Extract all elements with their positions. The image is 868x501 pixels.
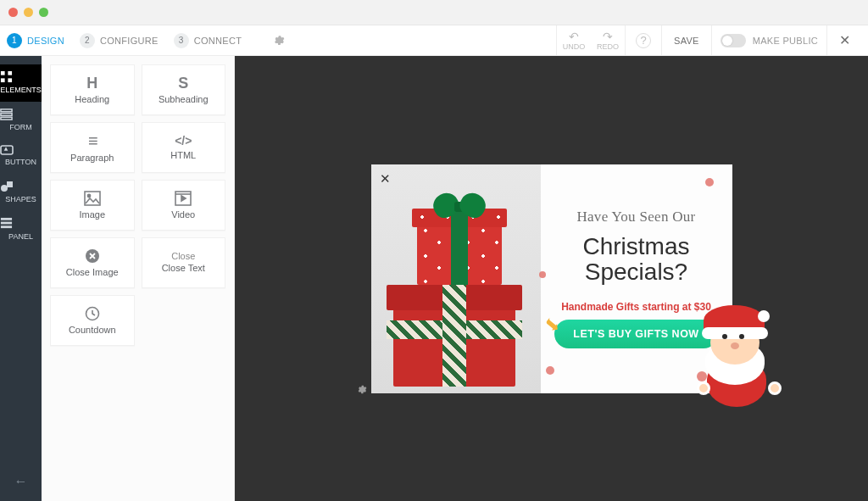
top-actions: ↶ UNDO ↷ REDO ? SAVE MAKE PUBLIC ✕ <box>556 25 861 55</box>
svg-rect-5 <box>1 114 12 116</box>
rail-item-panel[interactable]: PANEL <box>0 211 42 248</box>
top-bar: 1 DESIGN 2 CONFIGURE 3 CONNECT ↶ UNDO ↷ … <box>0 25 868 56</box>
svg-rect-0 <box>1 71 5 75</box>
rail-label: PANEL <box>8 232 33 241</box>
popup-settings-icon[interactable] <box>356 384 367 395</box>
gift-box-top-icon <box>412 198 507 285</box>
element-close-image[interactable]: Close Image <box>50 237 135 288</box>
button-icon <box>0 145 42 155</box>
element-paragraph[interactable]: ≡ Paragraph <box>50 122 135 173</box>
video-icon <box>175 191 192 206</box>
svg-point-8 <box>1 185 8 192</box>
image-icon <box>84 191 101 206</box>
clock-icon <box>85 306 100 321</box>
svg-rect-10 <box>1 218 12 220</box>
svg-rect-2 <box>1 78 5 82</box>
element-image[interactable]: Image <box>50 180 135 231</box>
element-subheading[interactable]: S Subheading <box>142 64 226 115</box>
settings-gear-icon[interactable] <box>272 34 285 47</box>
accent-dot-icon <box>705 178 714 186</box>
card-label: Subheading <box>159 94 209 104</box>
step-configure[interactable]: 2 CONFIGURE <box>80 33 159 48</box>
close-circle-icon <box>85 248 100 264</box>
grid-icon <box>0 70 42 83</box>
step-label: CONNECT <box>194 36 242 46</box>
form-icon <box>0 108 42 120</box>
design-canvas[interactable]: ✕ Have You Seen Our Christmas Spec <box>235 56 868 501</box>
card-label: Paragraph <box>70 153 114 163</box>
undo-button[interactable]: ↶ UNDO <box>557 25 591 55</box>
rail-label: FORM <box>9 123 32 131</box>
element-heading[interactable]: H Heading <box>50 64 135 115</box>
close-editor-button[interactable]: ✕ <box>827 32 861 48</box>
santa-illustration-icon <box>698 307 783 409</box>
gift-box-bottom-icon <box>387 285 522 387</box>
popup-heading-small[interactable]: Have You Seen Our <box>576 209 695 225</box>
left-rail: ELEMENTS FORM BUTTON SHAPES PANEL <box>0 56 42 501</box>
element-countdown[interactable]: Countdown <box>50 295 135 346</box>
back-button[interactable]: ← <box>14 462 28 501</box>
redo-button[interactable]: ↷ REDO <box>591 25 625 55</box>
make-public-toggle[interactable]: MAKE PUBLIC <box>712 34 826 47</box>
step-number: 1 <box>7 33 22 48</box>
rail-item-button[interactable]: BUTTON <box>0 139 42 174</box>
paragraph-icon: ≡ <box>88 132 97 149</box>
help-button[interactable]: ? <box>636 33 651 48</box>
svg-rect-4 <box>1 109 12 112</box>
card-label: Heading <box>75 94 109 104</box>
subheading-letter-icon: S <box>178 75 188 91</box>
toggle-switch-icon <box>721 34 746 47</box>
element-close-text[interactable]: Close Close Text <box>142 237 226 288</box>
card-label: Close Image <box>66 267 119 277</box>
undo-icon: ↶ <box>569 31 579 42</box>
heading-letter-icon: H <box>86 75 97 91</box>
wizard-steps: 1 DESIGN 2 CONFIGURE 3 CONNECT <box>7 33 285 48</box>
popup-image-area[interactable] <box>371 164 541 393</box>
arrow-left-icon: ← <box>14 474 28 488</box>
popup-subtext[interactable]: Handmade Gifts starting at $30 <box>561 301 711 313</box>
popup-content-area[interactable]: Have You Seen Our Christmas Specials? Ha… <box>541 164 732 393</box>
rail-item-shapes[interactable]: SHAPES <box>0 174 42 211</box>
popup-heading-large[interactable]: Christmas Specials? <box>582 234 689 284</box>
undo-label: UNDO <box>563 42 586 51</box>
svg-rect-1 <box>8 71 12 75</box>
card-label: Countdown <box>69 325 116 335</box>
rail-label: ELEMENTS <box>0 86 42 94</box>
window-close-dot[interactable] <box>8 8 18 17</box>
close-text-top: Close <box>171 251 195 261</box>
card-label: Image <box>79 209 105 220</box>
element-html[interactable]: </> HTML <box>142 122 226 173</box>
window-min-dot[interactable] <box>24 8 33 17</box>
shapes-icon <box>0 180 42 192</box>
step-label: CONFIGURE <box>100 36 159 46</box>
step-number: 2 <box>80 33 95 48</box>
popup-preview[interactable]: ✕ Have You Seen Our Christmas Spec <box>371 164 732 393</box>
save-button[interactable]: SAVE <box>662 36 711 46</box>
code-icon: </> <box>175 135 192 147</box>
rail-item-elements[interactable]: ELEMENTS <box>0 64 42 102</box>
popup-close-button[interactable]: ✕ <box>380 171 391 186</box>
card-label: Close Text <box>162 263 205 273</box>
step-connect[interactable]: 3 CONNECT <box>174 33 242 48</box>
step-design[interactable]: 1 DESIGN <box>7 33 64 48</box>
card-label: HTML <box>170 150 196 160</box>
element-video[interactable]: Video <box>142 180 226 231</box>
step-label: DESIGN <box>27 36 64 46</box>
svg-rect-3 <box>8 78 12 82</box>
step-number: 3 <box>174 33 189 48</box>
svg-rect-11 <box>1 222 12 225</box>
svg-rect-13 <box>85 192 100 205</box>
redo-icon: ↷ <box>603 31 613 42</box>
window-max-dot[interactable] <box>39 8 48 17</box>
popup-cta-button[interactable]: LET'S BUY GIFTS NOW <box>554 320 717 348</box>
rail-label: BUTTON <box>5 158 36 166</box>
svg-rect-6 <box>1 117 12 120</box>
accent-dot-icon <box>539 271 546 278</box>
rail-label: SHAPES <box>5 195 36 203</box>
heading-line-1: Christmas <box>582 233 689 259</box>
accent-dot-icon <box>546 366 554 375</box>
rail-item-form[interactable]: FORM <box>0 102 42 139</box>
redo-label: REDO <box>597 42 619 51</box>
svg-rect-9 <box>7 181 13 187</box>
heading-line-2: Specials? <box>585 259 687 285</box>
